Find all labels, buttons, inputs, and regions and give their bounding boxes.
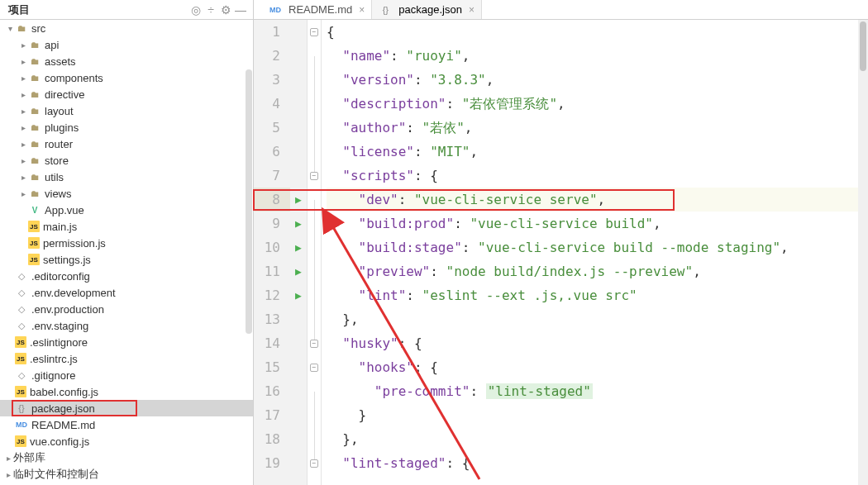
code-area[interactable]: { "name": "ruoyi", "version": "3.8.3", "… [322, 20, 868, 485]
tree-item[interactable]: ▸🖿plugins [0, 119, 253, 136]
scrollbar-thumb[interactable] [860, 21, 866, 71]
code-line[interactable]: "lint": "eslint --ext .js,.vue src" [327, 283, 868, 307]
fold-gutter-cell[interactable]: − [308, 451, 321, 475]
tree-item[interactable]: ▸🖿components [0, 69, 253, 86]
chevron-icon[interactable]: ▸ [18, 57, 28, 66]
fold-gutter-cell[interactable]: − [308, 164, 321, 188]
chevron-icon[interactable]: ▸ [18, 173, 28, 182]
code-line[interactable]: "dev": "vue-cli-service serve", [327, 188, 868, 212]
code-line[interactable]: "husky": { [327, 331, 868, 355]
tree-item[interactable]: ◇.env.staging [0, 317, 253, 334]
project-sidebar[interactable]: ▾🖿src▸🖿api▸🖿assets▸🖿components▸🖿directiv… [0, 20, 254, 485]
tree-item[interactable]: ▸🖿assets [0, 53, 253, 69]
run-icon[interactable]: ▶ [295, 259, 302, 283]
tree-item[interactable]: MDREADME.md [0, 416, 253, 433]
run-gutter-cell[interactable]: ▶ [290, 212, 307, 235]
tree-item[interactable]: JSpermission.js [0, 235, 253, 251]
code-line[interactable]: "lint-staged": { [327, 451, 868, 475]
fold-minus-icon[interactable]: − [310, 172, 318, 180]
editor-tab[interactable]: MDREADME.md× [262, 0, 372, 19]
chevron-icon[interactable]: ▸ [18, 107, 28, 116]
fold-minus-icon[interactable]: − [310, 364, 318, 372]
chevron-icon[interactable]: ▸ [18, 74, 28, 83]
code-line[interactable]: "author": "若依", [327, 116, 868, 140]
tree-item[interactable]: ▸🖿directive [0, 86, 253, 102]
chevron-icon[interactable]: ▸ [3, 454, 13, 463]
run-gutter-cell[interactable]: ▶ [290, 188, 307, 212]
fold-minus-icon[interactable]: − [310, 340, 318, 348]
chevron-icon[interactable]: ▸ [18, 90, 28, 99]
tree-item[interactable]: ▸🖿router [0, 136, 253, 152]
run-icon[interactable]: ▶ [295, 235, 302, 259]
chevron-icon[interactable]: ▸ [18, 140, 28, 149]
tree-item[interactable]: ▾🖿src [0, 20, 253, 36]
sidebar-section[interactable]: ▸临时文件和控制台 [0, 466, 253, 483]
code-line[interactable]: { [327, 20, 868, 44]
tree-item[interactable]: ◇.gitignore [0, 367, 253, 383]
tree-item[interactable]: ▸🖿views [0, 185, 253, 202]
tree-item-label: settings.js [43, 254, 91, 266]
code-line[interactable]: "description": "若依管理系统", [327, 92, 868, 116]
tree-item[interactable]: ◇.editorconfig [0, 268, 253, 284]
code-line[interactable]: "preview": "node build/index.js --previe… [327, 259, 868, 283]
js-file-icon: JS [28, 237, 40, 249]
tree-item[interactable]: ▸🖿utils [0, 169, 253, 185]
tree-item[interactable]: JSmain.js [0, 218, 253, 235]
line-number: 8 [254, 188, 290, 212]
run-gutter-cell [290, 68, 307, 92]
run-gutter-cell[interactable]: ▶ [290, 235, 307, 259]
code-line[interactable]: "scripts": { [327, 164, 868, 188]
target-icon[interactable]: ◎ [188, 2, 203, 17]
tree-item[interactable]: JS.eslintrc.js [0, 350, 253, 367]
fold-minus-icon[interactable]: − [310, 459, 318, 468]
run-gutter-cell[interactable]: ▶ [290, 283, 307, 307]
tree-item[interactable]: VApp.vue [0, 202, 253, 218]
tree-item[interactable]: ◇.env.development [0, 284, 253, 301]
chevron-icon[interactable]: ▸ [18, 123, 28, 132]
tree-item[interactable]: ▸🖿api [0, 36, 253, 53]
close-icon[interactable]: × [469, 4, 475, 16]
tree-item[interactable]: ▸🖿layout [0, 102, 253, 119]
fold-minus-icon[interactable]: − [310, 28, 318, 36]
run-icon[interactable]: ▶ [295, 212, 302, 235]
run-gutter-cell[interactable]: ▶ [290, 259, 307, 283]
tree-item[interactable]: ◇.env.production [0, 301, 253, 317]
code-line[interactable]: "hooks": { [327, 355, 868, 379]
tree-item[interactable]: {}package.json [0, 400, 253, 416]
scrollbar-thumb[interactable] [246, 69, 252, 334]
fold-gutter-cell[interactable]: − [308, 331, 321, 355]
chevron-icon[interactable]: ▸ [18, 189, 28, 198]
run-icon[interactable]: ▶ [295, 188, 302, 212]
code-line[interactable]: "license": "MIT", [327, 140, 868, 164]
run-icon[interactable]: ▶ [295, 283, 302, 307]
tree-item[interactable]: ▸🖿store [0, 152, 253, 169]
tree-item[interactable]: JSbabel.config.js [0, 383, 253, 400]
code-line[interactable]: } [327, 403, 868, 427]
chevron-icon[interactable]: ▾ [5, 24, 15, 33]
chevron-icon[interactable]: ▸ [3, 470, 13, 479]
tree-item-label: .gitignore [31, 369, 75, 382]
fold-gutter-cell [308, 259, 321, 283]
sidebar-section[interactable]: ▸外部库 [0, 449, 253, 466]
close-icon[interactable]: × [359, 4, 365, 16]
chevron-icon[interactable]: ▸ [18, 156, 28, 165]
collapse-icon[interactable]: ÷ [203, 2, 218, 17]
editor-scrollbar[interactable] [858, 20, 868, 485]
editor-tab[interactable]: {}package.json× [372, 0, 482, 19]
code-line[interactable]: "build:stage": "vue-cli-service build --… [327, 235, 868, 259]
code-line[interactable]: "version": "3.8.3", [327, 68, 868, 92]
tree-item[interactable]: JS.eslintignore [0, 334, 253, 350]
fold-gutter-cell[interactable]: − [308, 355, 321, 379]
tree-item[interactable]: JSsettings.js [0, 251, 253, 268]
chevron-icon[interactable]: ▸ [18, 40, 28, 50]
code-line[interactable]: }, [327, 427, 868, 451]
fold-gutter-cell[interactable]: − [308, 20, 321, 44]
code-line[interactable]: }, [327, 307, 868, 331]
tree-item[interactable]: JSvue.config.js [0, 433, 253, 449]
code-editor[interactable]: 12345678910111213141516171819 ▶▶▶▶▶ −−−−… [254, 20, 868, 485]
code-line[interactable]: "build:prod": "vue-cli-service build", [327, 212, 868, 235]
minimize-icon[interactable]: — [233, 2, 248, 17]
gear-icon[interactable]: ⚙ [218, 2, 233, 17]
code-line[interactable]: "name": "ruoyi", [327, 44, 868, 68]
code-line[interactable]: "pre-commit": "lint-staged" [327, 379, 868, 403]
